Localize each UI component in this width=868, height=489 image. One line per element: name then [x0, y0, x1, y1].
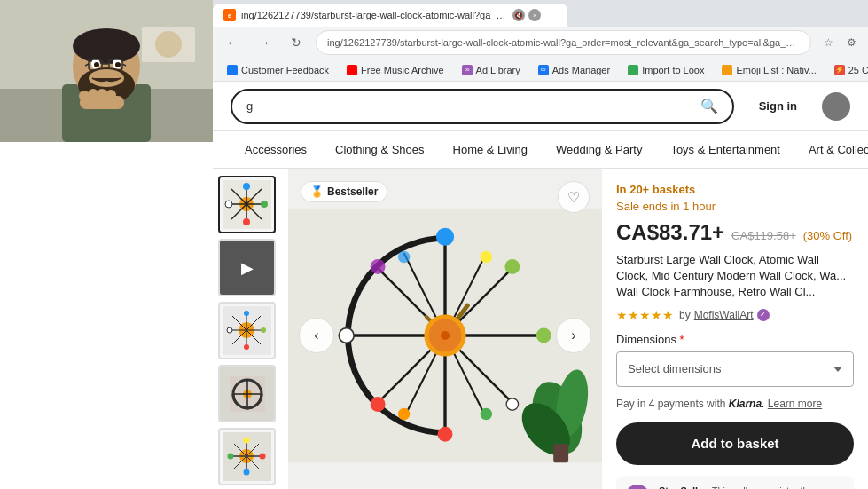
- star-seller-box: ⭐ Star Seller. This seller consistently …: [616, 476, 854, 489]
- svg-point-9: [94, 62, 99, 67]
- bookmark-favicon-bolt: ⚡: [834, 65, 845, 75]
- tab-title: ing/1262127739/starburst-large-wall-cloc…: [241, 10, 507, 20]
- person-silhouette: [0, 0, 213, 142]
- svg-point-57: [260, 454, 266, 460]
- browser-chrome: e ing/1262127739/starburst-large-wall-cl…: [213, 0, 868, 82]
- dimensions-select[interactable]: Select dimensions: [616, 351, 854, 387]
- star-rating: ★★★★★: [616, 308, 674, 322]
- user-avatar[interactable]: [822, 92, 850, 121]
- forward-button[interactable]: →: [252, 30, 277, 55]
- nav-art[interactable]: Art & Collectibles: [794, 131, 868, 169]
- svg-point-32: [243, 218, 250, 225]
- search-bar[interactable]: 🔍: [231, 89, 734, 124]
- bookmarks-bar: Customer Feedback Free Music Archive ∞ A…: [213, 59, 868, 82]
- add-to-basket-button[interactable]: Add to basket: [616, 422, 854, 465]
- bestseller-badge: 🏅 Bestseller: [301, 181, 387, 202]
- tab-favicon: e: [223, 9, 236, 21]
- active-tab[interactable]: e ing/1262127739/starburst-large-wall-cl…: [213, 4, 567, 27]
- search-input[interactable]: [246, 99, 693, 113]
- bookmark-favicon-music: [347, 65, 357, 75]
- bookmark-favicon-adlib: ∞: [462, 65, 473, 75]
- svg-point-3: [155, 31, 182, 58]
- bookmark-import[interactable]: Import to Loox: [621, 60, 711, 80]
- svg-point-58: [244, 469, 250, 476]
- thumbnail-5[interactable]: [218, 428, 276, 485]
- address-text: ing/1262127739/starburst-large-wall-cloc…: [327, 37, 800, 48]
- svg-point-33: [225, 201, 232, 208]
- bookmark-label: Emoji List : Nativ...: [736, 65, 816, 75]
- bookmark-label: Ads Manager: [552, 65, 610, 75]
- tab-mute-btn[interactable]: 🔇: [512, 9, 525, 21]
- svg-point-40: [244, 311, 249, 316]
- next-image-button[interactable]: ›: [556, 318, 591, 353]
- product-title: Starburst Large Wall Clock, Atomic Wall …: [616, 252, 854, 301]
- svg-point-6: [73, 28, 140, 64]
- search-icon[interactable]: 🔍: [700, 98, 718, 114]
- bookmark-music[interactable]: Free Music Archive: [340, 60, 451, 80]
- thumbnail-sidebar: ▶: [213, 169, 288, 489]
- bookmark-bolt[interactable]: ⚡ 25 Co: [827, 60, 868, 80]
- price-original: CA$119.58+: [731, 229, 796, 242]
- wishlist-button[interactable]: ♡: [558, 181, 590, 213]
- address-bar[interactable]: ing/1262127739/starburst-large-wall-cloc…: [316, 30, 811, 55]
- nav-clothing[interactable]: Clothing & Shoes: [321, 131, 438, 169]
- svg-rect-87: [553, 444, 568, 462]
- bookmark-label: 25 Co: [848, 65, 868, 75]
- back-button[interactable]: ←: [220, 30, 245, 55]
- bookmark-label: Customer Feedback: [241, 65, 329, 75]
- svg-point-76: [339, 327, 354, 343]
- nav-home-living[interactable]: Home & Living: [439, 131, 543, 169]
- svg-point-73: [504, 259, 520, 274]
- prev-image-button[interactable]: ‹: [299, 318, 334, 353]
- tab-controls: 🔇 ×: [512, 9, 541, 21]
- svg-point-20: [79, 91, 90, 101]
- rating-row: ★★★★★ by MofisWallArt ✓: [616, 308, 854, 322]
- reload-button[interactable]: ↻: [284, 30, 309, 55]
- product-clock-image: [288, 185, 602, 486]
- nav-wedding[interactable]: Wedding & Party: [542, 131, 656, 169]
- bookmark-btn[interactable]: ☆: [818, 33, 838, 52]
- svg-point-56: [244, 438, 250, 444]
- svg-point-42: [244, 344, 249, 350]
- bookmark-label: Free Music Archive: [361, 65, 444, 75]
- price-discount: (30% Off): [803, 229, 852, 242]
- bookmark-feedback[interactable]: Customer Feedback: [220, 60, 336, 80]
- svg-point-43: [227, 327, 232, 333]
- thumbnail-3[interactable]: [218, 302, 276, 359]
- nav-toys[interactable]: Toys & Entertainment: [656, 131, 794, 169]
- thumbnail-video[interactable]: ▶: [218, 239, 276, 296]
- svg-point-30: [243, 183, 250, 190]
- dimensions-label: Dimensions *: [616, 333, 854, 346]
- svg-point-74: [536, 327, 551, 343]
- bookmark-emoji[interactable]: Emoji List : Nativ...: [715, 60, 823, 80]
- thumbnail-1[interactable]: [218, 176, 276, 233]
- sign-in-button[interactable]: Sign in: [748, 92, 808, 120]
- svg-point-78: [438, 426, 453, 441]
- extensions-btn[interactable]: ⚙: [841, 33, 861, 52]
- main-product-image: 🏅 Bestseller ♡ ‹ ›: [288, 169, 602, 489]
- svg-point-31: [261, 201, 268, 208]
- address-bar-row: ← → ↻ ing/1262127739/starburst-large-wal…: [213, 27, 868, 59]
- price-row: CA$83.71+ CA$119.58+ (30% Off): [616, 220, 854, 245]
- seller-name-text[interactable]: MofisWallArt: [694, 309, 754, 321]
- tab-close-btn[interactable]: ×: [528, 9, 541, 21]
- nav-accessories[interactable]: Accessories: [231, 131, 321, 169]
- svg-point-81: [481, 250, 492, 262]
- svg-point-71: [441, 330, 450, 339]
- svg-point-75: [371, 259, 386, 274]
- bookmark-adlibrary[interactable]: ∞ Ad Library: [455, 60, 528, 80]
- svg-point-72: [436, 227, 454, 245]
- klarna-learn-more[interactable]: Learn more: [768, 398, 822, 410]
- bookmark-label: Ad Library: [476, 65, 520, 75]
- klarna-info: Pay in 4 payments with Klarna. Learn mor…: [616, 398, 854, 410]
- basket-count: In 20+ baskets: [616, 183, 854, 196]
- svg-point-79: [506, 398, 518, 409]
- product-info-panel: In 20+ baskets Sale ends in 1 hour CA$83…: [602, 169, 868, 489]
- seller-by: by: [679, 309, 691, 321]
- svg-point-23: [106, 90, 116, 100]
- svg-point-82: [398, 407, 410, 419]
- star-seller-icon: ⭐: [625, 485, 650, 489]
- bookmark-adsmanager[interactable]: ∞ Ads Manager: [531, 60, 617, 80]
- svg-point-10: [115, 62, 121, 67]
- thumbnail-4[interactable]: [218, 365, 276, 422]
